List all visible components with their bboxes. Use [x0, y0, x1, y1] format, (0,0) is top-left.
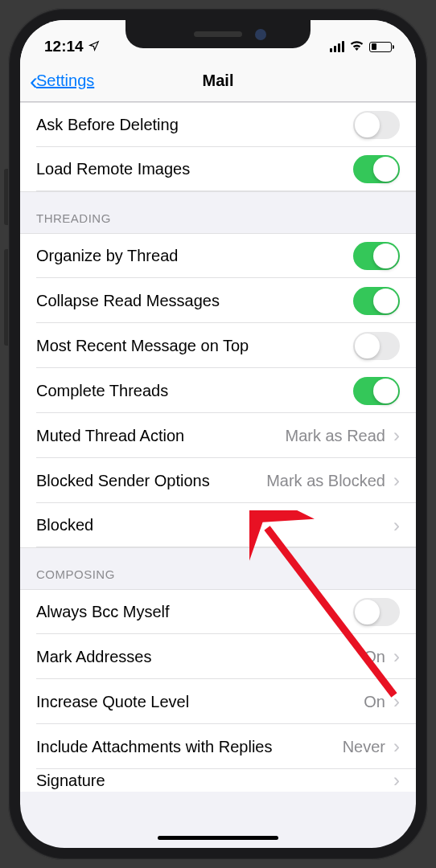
- row-increase-quote-level[interactable]: Increase Quote Level On ›: [20, 679, 416, 724]
- row-value: Mark as Read: [286, 427, 386, 445]
- row-complete-threads[interactable]: Complete Threads: [20, 368, 416, 413]
- row-label: Increase Quote Level: [36, 693, 364, 711]
- row-mark-addresses[interactable]: Mark Addresses On ›: [20, 634, 416, 679]
- toggle-load-remote[interactable]: [353, 155, 400, 183]
- row-ask-before-deleting[interactable]: Ask Before Deleting: [20, 102, 416, 147]
- front-camera: [255, 29, 266, 40]
- row-label: Complete Threads: [36, 382, 353, 400]
- row-blocked-sender-options[interactable]: Blocked Sender Options Mark as Blocked ›: [20, 458, 416, 503]
- row-label: Always Bcc Myself: [36, 603, 353, 621]
- row-label: Blocked Sender Options: [36, 472, 266, 490]
- row-value: On: [364, 648, 385, 666]
- section-header-composing: COMPOSING: [20, 548, 416, 589]
- screen: 12:14 ‹ Settings Mail Ask Before Deletin…: [20, 20, 416, 848]
- chevron-right-icon: ›: [393, 514, 400, 537]
- status-time: 12:14: [44, 38, 84, 55]
- row-value: On: [364, 693, 385, 711]
- wifi-icon: [349, 39, 364, 54]
- back-label: Settings: [36, 72, 94, 90]
- toggle-ask-delete[interactable]: [353, 111, 400, 139]
- chevron-right-icon: ›: [393, 645, 400, 668]
- row-label: Collapse Read Messages: [36, 292, 353, 310]
- back-button[interactable]: ‹ Settings: [30, 69, 94, 93]
- row-label: Signature: [36, 772, 393, 790]
- toggle-organize[interactable]: [353, 242, 400, 270]
- chevron-right-icon: ›: [393, 769, 400, 792]
- page-title: Mail: [203, 72, 234, 90]
- toggle-collapse[interactable]: [353, 287, 400, 315]
- row-include-attachments[interactable]: Include Attachments with Replies Never ›: [20, 724, 416, 769]
- location-icon: [88, 38, 100, 55]
- row-label: Mark Addresses: [36, 648, 364, 666]
- row-label: Include Attachments with Replies: [36, 738, 343, 756]
- row-value: Mark as Blocked: [266, 472, 385, 490]
- row-most-recent-top[interactable]: Most Recent Message on Top: [20, 323, 416, 368]
- chevron-right-icon: ›: [393, 690, 400, 713]
- row-label: Ask Before Deleting: [36, 116, 353, 134]
- chevron-right-icon: ›: [393, 469, 400, 492]
- chevron-right-icon: ›: [393, 735, 400, 758]
- nav-bar: ‹ Settings Mail: [20, 60, 416, 102]
- home-indicator[interactable]: [158, 836, 278, 840]
- row-signature[interactable]: Signature ›: [20, 769, 416, 792]
- row-label: Most Recent Message on Top: [36, 337, 353, 355]
- row-value: Never: [343, 738, 385, 756]
- phone-frame: 12:14 ‹ Settings Mail Ask Before Deletin…: [8, 8, 428, 860]
- row-label: Muted Thread Action: [36, 427, 286, 445]
- toggle-always-bcc[interactable]: [353, 598, 400, 626]
- row-muted-thread-action[interactable]: Muted Thread Action Mark as Read ›: [20, 413, 416, 458]
- row-organize-by-thread[interactable]: Organize by Thread: [20, 233, 416, 278]
- row-label: Organize by Thread: [36, 247, 353, 265]
- row-load-remote-images[interactable]: Load Remote Images: [20, 147, 416, 192]
- speaker: [194, 31, 242, 37]
- row-always-bcc[interactable]: Always Bcc Myself: [20, 589, 416, 634]
- row-blocked[interactable]: Blocked ›: [20, 503, 416, 548]
- settings-list[interactable]: Ask Before Deleting Load Remote Images T…: [20, 102, 416, 792]
- notch: [125, 20, 311, 48]
- battery-icon: [369, 42, 392, 52]
- cellular-icon: [330, 41, 345, 52]
- toggle-complete[interactable]: [353, 377, 400, 405]
- toggle-most-recent[interactable]: [353, 332, 400, 360]
- section-header-threading: THREADING: [20, 192, 416, 233]
- row-label: Blocked: [36, 516, 393, 534]
- chevron-right-icon: ›: [393, 424, 400, 447]
- row-collapse-read[interactable]: Collapse Read Messages: [20, 278, 416, 323]
- row-label: Load Remote Images: [36, 160, 353, 178]
